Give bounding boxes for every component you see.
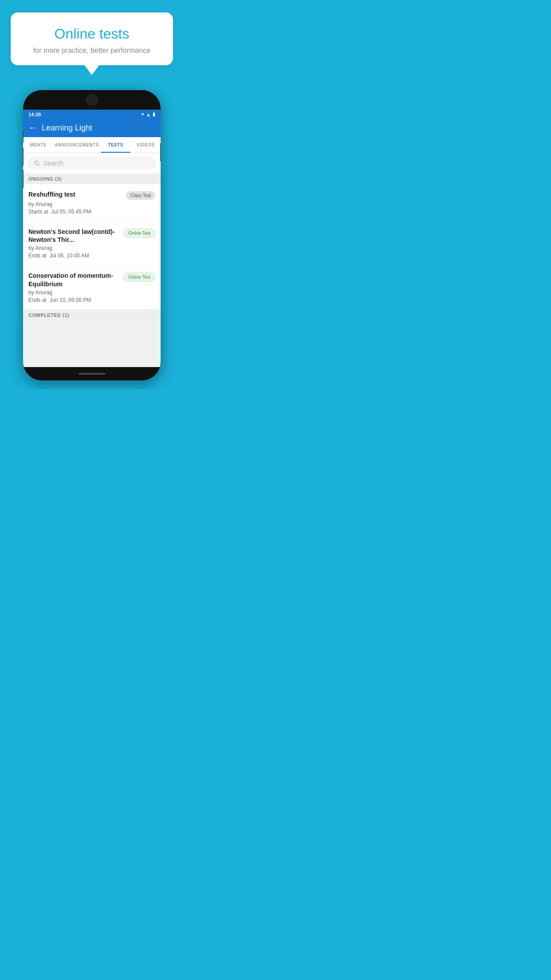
test-item[interactable]: Conservation of momentum-Equilibrium Onl… — [23, 265, 161, 309]
search-input-wrapper[interactable]: Search — [28, 157, 156, 170]
wifi-icon: ▾ — [142, 111, 144, 117]
phone-camera-notch — [86, 94, 98, 106]
svg-line-1 — [38, 165, 39, 166]
test-date: Ends at Jul 06, 10:45 AM — [28, 253, 155, 259]
tab-assignments[interactable]: MENTS — [23, 137, 53, 153]
test-date: Ends at Jun 10, 06:00 PM — [28, 297, 155, 303]
speech-bubble: Online tests for more practice, better p… — [11, 12, 173, 65]
completed-section-header: COMPLETED (1) — [23, 310, 161, 320]
app-bar: ← Learning Light — [23, 119, 161, 137]
bubble-subtitle: for more practice, better performance — [21, 47, 162, 55]
battery-icon: ▮ — [153, 111, 155, 117]
status-icons: ▾ ▲ ▮ — [142, 111, 155, 117]
status-bar: 14:29 ▾ ▲ ▮ — [23, 110, 161, 119]
bubble-title: Online tests — [21, 26, 162, 42]
test-badge-class: Class Test — [126, 191, 155, 200]
phone-top-bezel — [23, 90, 161, 110]
test-badge-online: Online Test — [123, 229, 155, 238]
signal-icon: ▲ — [146, 112, 151, 117]
test-item-header: Newton's Second law(contd)-Newton's Thir… — [28, 228, 155, 244]
home-bar — [79, 373, 105, 375]
phone-frame: 14:29 ▾ ▲ ▮ ← Learning Light MENTS ANNOU… — [23, 90, 161, 380]
test-badge-online: Online Test — [123, 273, 155, 282]
test-list: Reshuffling test Class Test by Anurag St… — [23, 184, 161, 310]
phone-wrapper: 14:29 ▾ ▲ ▮ ← Learning Light MENTS ANNOU… — [0, 90, 184, 389]
tab-tests[interactable]: TESTS — [101, 137, 131, 153]
test-by: by Anurag — [28, 201, 155, 207]
tab-announcements[interactable]: ANNOUNCEMENTS — [53, 137, 101, 153]
test-by: by Anurag — [28, 245, 155, 251]
search-icon — [34, 160, 40, 166]
test-item-header: Conservation of momentum-Equilibrium Onl… — [28, 272, 155, 288]
phone-screen: 14:29 ▾ ▲ ▮ ← Learning Light MENTS ANNOU… — [23, 110, 161, 367]
search-container: Search — [23, 153, 161, 174]
test-title: Conservation of momentum-Equilibrium — [28, 272, 120, 288]
test-item[interactable]: Reshuffling test Class Test by Anurag St… — [23, 184, 161, 221]
search-placeholder: Search — [43, 160, 63, 167]
tab-bar: MENTS ANNOUNCEMENTS TESTS VIDEOS — [23, 137, 161, 153]
app-title: Learning Light — [42, 123, 92, 133]
ongoing-section-header: ONGOING (3) — [23, 174, 161, 184]
test-by: by Anurag — [28, 289, 155, 296]
test-item-header: Reshuffling test Class Test — [28, 190, 155, 200]
svg-point-0 — [35, 161, 38, 165]
test-title: Newton's Second law(contd)-Newton's Thir… — [28, 228, 120, 244]
phone-bottom-bezel — [23, 367, 161, 380]
test-title: Reshuffling test — [28, 190, 122, 198]
status-time: 14:29 — [28, 112, 41, 117]
back-button[interactable]: ← — [28, 123, 36, 133]
test-item[interactable]: Newton's Second law(contd)-Newton's Thir… — [23, 221, 161, 265]
test-date: Starts at Jul 05, 05:45 PM — [28, 209, 155, 215]
speech-bubble-container: Online tests for more practice, better p… — [0, 0, 184, 65]
tab-videos[interactable]: VIDEOS — [130, 137, 161, 153]
